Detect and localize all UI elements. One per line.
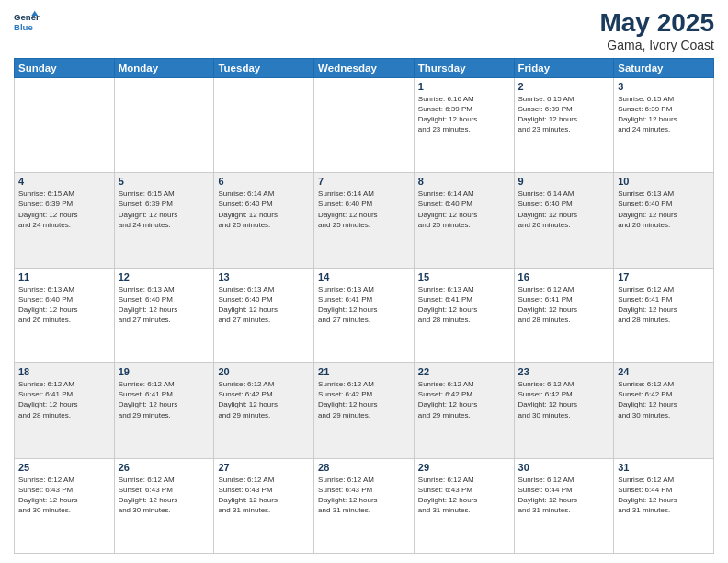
day-number: 1 bbox=[418, 81, 510, 92]
day-info: Sunrise: 6:12 AM Sunset: 6:42 PM Dayligh… bbox=[418, 379, 510, 420]
week-row-2: 4Sunrise: 6:15 AM Sunset: 6:39 PM Daylig… bbox=[15, 173, 714, 268]
day-info: Sunrise: 6:12 AM Sunset: 6:41 PM Dayligh… bbox=[518, 284, 610, 326]
day-number: 24 bbox=[618, 366, 710, 377]
day-number: 7 bbox=[318, 176, 410, 187]
day-info: Sunrise: 6:13 AM Sunset: 6:40 PM Dayligh… bbox=[618, 189, 710, 230]
day-info: Sunrise: 6:14 AM Sunset: 6:40 PM Dayligh… bbox=[418, 189, 510, 230]
day-info: Sunrise: 6:12 AM Sunset: 6:43 PM Dayligh… bbox=[119, 475, 210, 516]
calendar-cell: 25Sunrise: 6:12 AM Sunset: 6:43 PM Dayli… bbox=[15, 458, 115, 553]
calendar-cell bbox=[314, 77, 415, 172]
day-number: 20 bbox=[218, 366, 310, 377]
header-wednesday: Wednesday bbox=[314, 58, 415, 77]
calendar-cell: 23Sunrise: 6:12 AM Sunset: 6:42 PM Dayli… bbox=[514, 363, 614, 458]
header-saturday: Saturday bbox=[614, 58, 714, 77]
header-friday: Friday bbox=[514, 58, 614, 77]
calendar-cell: 17Sunrise: 6:12 AM Sunset: 6:41 PM Dayli… bbox=[614, 268, 714, 362]
calendar-cell: 5Sunrise: 6:15 AM Sunset: 6:39 PM Daylig… bbox=[114, 173, 214, 268]
day-number: 8 bbox=[418, 176, 510, 187]
logo: General Blue bbox=[14, 9, 40, 35]
day-info: Sunrise: 6:12 AM Sunset: 6:42 PM Dayligh… bbox=[218, 379, 310, 420]
header-tuesday: Tuesday bbox=[214, 58, 314, 77]
header: General Blue May 2025 Gama, Ivory Coast bbox=[14, 9, 714, 52]
calendar-cell bbox=[15, 77, 115, 172]
day-number: 19 bbox=[119, 366, 210, 377]
day-number: 11 bbox=[18, 271, 110, 282]
calendar-cell: 3Sunrise: 6:15 AM Sunset: 6:39 PM Daylig… bbox=[614, 77, 714, 172]
day-number: 29 bbox=[418, 462, 510, 473]
weekday-header-row: Sunday Monday Tuesday Wednesday Thursday… bbox=[15, 58, 714, 77]
day-info: Sunrise: 6:13 AM Sunset: 6:40 PM Dayligh… bbox=[119, 284, 210, 326]
calendar-cell: 7Sunrise: 6:14 AM Sunset: 6:40 PM Daylig… bbox=[314, 173, 415, 268]
calendar-cell: 21Sunrise: 6:12 AM Sunset: 6:42 PM Dayli… bbox=[314, 363, 415, 458]
day-number: 2 bbox=[518, 81, 610, 92]
day-info: Sunrise: 6:13 AM Sunset: 6:40 PM Dayligh… bbox=[18, 284, 110, 326]
day-number: 26 bbox=[119, 462, 210, 473]
day-number: 6 bbox=[218, 176, 310, 187]
title-block: May 2025 Gama, Ivory Coast bbox=[599, 9, 714, 52]
day-info: Sunrise: 6:12 AM Sunset: 6:43 PM Dayligh… bbox=[218, 475, 310, 516]
day-number: 22 bbox=[418, 366, 510, 377]
calendar-cell: 6Sunrise: 6:14 AM Sunset: 6:40 PM Daylig… bbox=[214, 173, 314, 268]
day-info: Sunrise: 6:12 AM Sunset: 6:41 PM Dayligh… bbox=[618, 284, 710, 326]
day-number: 14 bbox=[318, 271, 410, 282]
day-number: 28 bbox=[318, 462, 410, 473]
day-number: 10 bbox=[618, 176, 710, 187]
calendar-cell: 11Sunrise: 6:13 AM Sunset: 6:40 PM Dayli… bbox=[15, 268, 115, 362]
day-number: 30 bbox=[518, 462, 610, 473]
day-info: Sunrise: 6:15 AM Sunset: 6:39 PM Dayligh… bbox=[119, 189, 210, 230]
calendar-cell: 18Sunrise: 6:12 AM Sunset: 6:41 PM Dayli… bbox=[15, 363, 115, 458]
week-row-1: 1Sunrise: 6:16 AM Sunset: 6:39 PM Daylig… bbox=[15, 77, 714, 172]
day-number: 15 bbox=[418, 271, 510, 282]
svg-text:Blue: Blue bbox=[14, 22, 33, 32]
day-info: Sunrise: 6:12 AM Sunset: 6:43 PM Dayligh… bbox=[418, 475, 510, 516]
week-row-3: 11Sunrise: 6:13 AM Sunset: 6:40 PM Dayli… bbox=[15, 268, 714, 362]
day-info: Sunrise: 6:12 AM Sunset: 6:43 PM Dayligh… bbox=[318, 475, 410, 516]
calendar-cell: 12Sunrise: 6:13 AM Sunset: 6:40 PM Dayli… bbox=[114, 268, 214, 362]
week-row-4: 18Sunrise: 6:12 AM Sunset: 6:41 PM Dayli… bbox=[15, 363, 714, 458]
day-number: 16 bbox=[518, 271, 610, 282]
calendar-title: May 2025 bbox=[599, 9, 714, 38]
calendar-cell: 20Sunrise: 6:12 AM Sunset: 6:42 PM Dayli… bbox=[214, 363, 314, 458]
calendar-table: Sunday Monday Tuesday Wednesday Thursday… bbox=[14, 58, 714, 554]
page: General Blue May 2025 Gama, Ivory Coast … bbox=[0, 0, 728, 563]
day-number: 23 bbox=[518, 366, 610, 377]
day-number: 4 bbox=[18, 176, 110, 187]
day-info: Sunrise: 6:15 AM Sunset: 6:39 PM Dayligh… bbox=[18, 189, 110, 230]
header-sunday: Sunday bbox=[15, 58, 115, 77]
day-info: Sunrise: 6:13 AM Sunset: 6:41 PM Dayligh… bbox=[318, 284, 410, 326]
day-info: Sunrise: 6:15 AM Sunset: 6:39 PM Dayligh… bbox=[618, 94, 710, 135]
day-number: 25 bbox=[18, 462, 110, 473]
day-info: Sunrise: 6:13 AM Sunset: 6:41 PM Dayligh… bbox=[418, 284, 510, 326]
calendar-cell: 24Sunrise: 6:12 AM Sunset: 6:42 PM Dayli… bbox=[614, 363, 714, 458]
day-number: 18 bbox=[18, 366, 110, 377]
calendar-cell bbox=[214, 77, 314, 172]
calendar-cell: 30Sunrise: 6:12 AM Sunset: 6:44 PM Dayli… bbox=[514, 458, 614, 553]
generalblue-logo-icon: General Blue bbox=[14, 9, 40, 35]
calendar-cell: 31Sunrise: 6:12 AM Sunset: 6:44 PM Dayli… bbox=[614, 458, 714, 553]
day-info: Sunrise: 6:12 AM Sunset: 6:44 PM Dayligh… bbox=[518, 475, 610, 516]
header-thursday: Thursday bbox=[414, 58, 514, 77]
calendar-cell: 15Sunrise: 6:13 AM Sunset: 6:41 PM Dayli… bbox=[414, 268, 514, 362]
week-row-5: 25Sunrise: 6:12 AM Sunset: 6:43 PM Dayli… bbox=[15, 458, 714, 553]
day-number: 31 bbox=[618, 462, 710, 473]
day-number: 12 bbox=[119, 271, 210, 282]
calendar-cell: 19Sunrise: 6:12 AM Sunset: 6:41 PM Dayli… bbox=[114, 363, 214, 458]
day-info: Sunrise: 6:12 AM Sunset: 6:41 PM Dayligh… bbox=[119, 379, 210, 420]
day-number: 5 bbox=[119, 176, 210, 187]
calendar-cell: 2Sunrise: 6:15 AM Sunset: 6:39 PM Daylig… bbox=[514, 77, 614, 172]
day-info: Sunrise: 6:12 AM Sunset: 6:41 PM Dayligh… bbox=[18, 379, 110, 420]
day-info: Sunrise: 6:14 AM Sunset: 6:40 PM Dayligh… bbox=[318, 189, 410, 230]
day-number: 13 bbox=[218, 271, 310, 282]
calendar-cell: 10Sunrise: 6:13 AM Sunset: 6:40 PM Dayli… bbox=[614, 173, 714, 268]
day-info: Sunrise: 6:12 AM Sunset: 6:44 PM Dayligh… bbox=[618, 475, 710, 516]
calendar-cell: 13Sunrise: 6:13 AM Sunset: 6:40 PM Dayli… bbox=[214, 268, 314, 362]
day-number: 9 bbox=[518, 176, 610, 187]
day-info: Sunrise: 6:14 AM Sunset: 6:40 PM Dayligh… bbox=[218, 189, 310, 230]
calendar-cell: 8Sunrise: 6:14 AM Sunset: 6:40 PM Daylig… bbox=[414, 173, 514, 268]
calendar-cell: 22Sunrise: 6:12 AM Sunset: 6:42 PM Dayli… bbox=[414, 363, 514, 458]
day-number: 27 bbox=[218, 462, 310, 473]
calendar-cell: 16Sunrise: 6:12 AM Sunset: 6:41 PM Dayli… bbox=[514, 268, 614, 362]
calendar-cell: 9Sunrise: 6:14 AM Sunset: 6:40 PM Daylig… bbox=[514, 173, 614, 268]
day-info: Sunrise: 6:14 AM Sunset: 6:40 PM Dayligh… bbox=[518, 189, 610, 230]
header-monday: Monday bbox=[114, 58, 214, 77]
